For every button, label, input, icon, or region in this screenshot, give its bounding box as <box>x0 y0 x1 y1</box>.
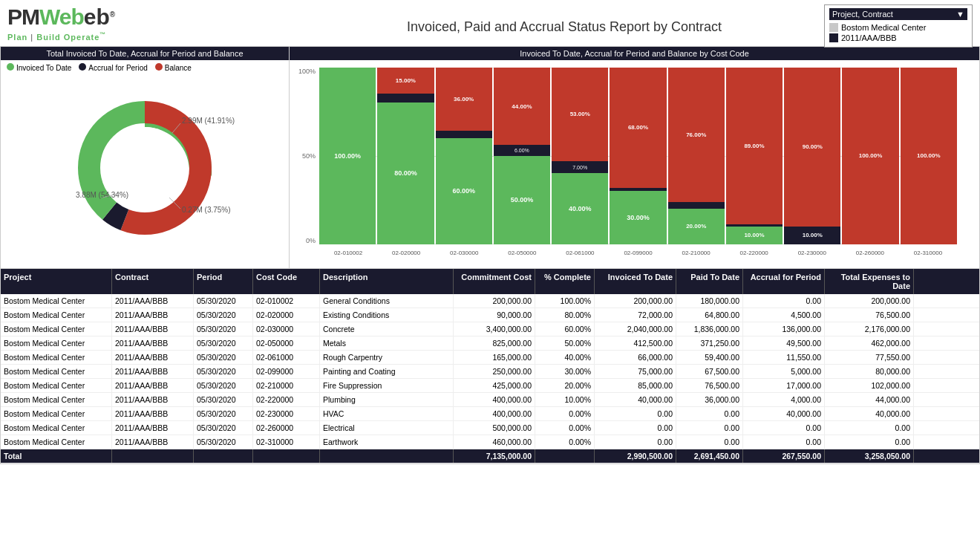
bar-section: Invoiced To Date, Accrual for Period and… <box>290 46 980 269</box>
bar-group-5: 53.00% 7.00% 40.00% <box>552 68 608 244</box>
col-invoiced: Invoiced To Date <box>595 269 676 294</box>
donut-svg: 3.88M (54.34%) 2.99M (41.91%) 0.27M (3.7… <box>45 82 245 246</box>
col-contract: Contract <box>112 269 194 294</box>
donut-legend: Invoiced To Date Accrual for Period Bala… <box>1 60 289 75</box>
table-row-7: Bostom Medical Center2011/AAA/BBB05/30/2… <box>1 379 979 393</box>
table-row-5: Bostom Medical Center2011/AAA/BBB05/30/2… <box>1 351 979 365</box>
col-paid: Paid To Date <box>676 269 743 294</box>
filter-dropdown-icon[interactable]: ▼ <box>956 10 964 19</box>
bar-group-4: 44.00% 6.00% 50.00% <box>494 68 550 244</box>
filter-swatch-1 <box>829 23 838 32</box>
table-total-row: Total 7,135,000.00 2,990,500.00 2,691,45… <box>1 449 979 463</box>
col-description: Description <box>320 269 454 294</box>
table-row-11: Bostom Medical Center2011/AAA/BBB05/30/2… <box>1 435 979 449</box>
table-row-2: Bostom Medical Center2011/AAA/BBB05/30/2… <box>1 308 979 322</box>
bar-group-9: 90.00% 10.00% <box>784 68 840 244</box>
donut-label-red: 2.99M (41.91%) <box>182 117 235 125</box>
charts-row: Total Invoiced To Date, Accrual for Peri… <box>0 46 980 269</box>
table-section: Project Contract Period Cost Code Descri… <box>0 269 980 464</box>
filter-box: Project, Contract ▼ Bostom Medical Cente… <box>824 4 973 48</box>
legend-invoiced: Invoiced To Date <box>7 63 71 72</box>
filter-label-2: 2011/AAA/BBB <box>841 33 897 42</box>
donut-header: Total Invoiced To Date, Accrual for Peri… <box>1 47 289 60</box>
col-pct-complete: % Complete <box>535 269 595 294</box>
bar-group-10: 100.00% <box>842 68 898 244</box>
donut-label-green: 3.88M (54.34%) <box>76 191 128 199</box>
bar-group-1: 100.00% <box>319 68 376 244</box>
table-row-6: Bostom Medical Center2011/AAA/BBB05/30/2… <box>1 365 979 379</box>
bar-group-6: 68.00% 30.00% <box>610 68 666 244</box>
y-axis: 100% 50% 0% <box>290 68 316 244</box>
table-header-row: Project Contract Period Cost Code Descri… <box>1 269 979 294</box>
bar-group-2: 15.00% 80.00% <box>377 68 434 244</box>
filter-label-1: Bostom Medical Center <box>841 23 926 32</box>
col-commitment: Commitment Cost <box>454 269 535 294</box>
logo-subtitle: Plan | Build Operate™ <box>7 31 156 42</box>
bar-group-3: 36.00% 60.00% <box>436 68 492 244</box>
bar-header: Invoiced To Date, Accrual for Period and… <box>290 47 979 60</box>
legend-accrual: Accrual for Period <box>79 63 147 72</box>
bar-group-11: 100.00% <box>901 68 957 244</box>
col-period: Period <box>194 269 253 294</box>
table-row-9: Bostom Medical Center2011/AAA/BBB05/30/2… <box>1 407 979 421</box>
filter-item-2: 2011/AAA/BBB <box>829 33 967 42</box>
legend-balance: Balance <box>155 63 192 72</box>
donut-label-dark: 0.27M (3.75%) <box>182 206 231 214</box>
col-accrual: Accrual for Period <box>743 269 825 294</box>
donut-content: 3.88M (54.34%) 2.99M (41.91%) 0.27M (3.7… <box>1 75 289 253</box>
table-row-8: Bostom Medical Center2011/AAA/BBB05/30/2… <box>1 393 979 407</box>
logo-web: Web <box>39 4 84 29</box>
col-costcode: Cost Code <box>253 269 320 294</box>
col-total-expenses: Total Expenses to Date <box>825 269 914 294</box>
bar-group-7: 76.00% 20.00% <box>668 68 725 244</box>
table-row-10: Bostom Medical Center2011/AAA/BBB05/30/2… <box>1 421 979 435</box>
top-bar: PMWebeb® Plan | Build Operate™ Invoiced,… <box>0 0 980 46</box>
x-axis-labels: 02-010002 02-020000 02-030000 02-050000 … <box>319 250 957 256</box>
table-row-1: Bostom Medical Center2011/AAA/BBB05/30/2… <box>1 294 979 308</box>
logo-area: PMWebeb® Plan | Build Operate™ <box>7 4 156 42</box>
table-row-4: Bostom Medical Center2011/AAA/BBB05/30/2… <box>1 336 979 351</box>
bars-container: 100.00% 15.00% 80.00% 36.00% 60.00% <box>319 68 957 244</box>
filter-swatch-2 <box>829 33 838 42</box>
bar-chart-area: 100% 50% 0% 100.00% 15 <box>290 60 979 259</box>
donut-section: Total Invoiced To Date, Accrual for Peri… <box>0 46 290 269</box>
logo-pm: PM <box>7 4 39 29</box>
filter-item-1: Bostom Medical Center <box>829 23 967 32</box>
table-row-3: Bostom Medical Center2011/AAA/BBB05/30/2… <box>1 322 979 336</box>
col-project: Project <box>1 269 112 294</box>
bar-group-8: 89.00% 10.00% <box>726 68 783 244</box>
filter-title: Project, Contract <box>832 10 893 19</box>
